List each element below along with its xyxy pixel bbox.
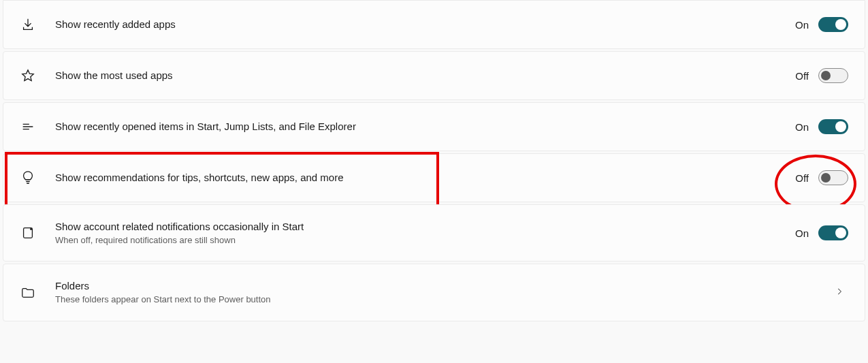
row-text: Show recently opened items in Start, Jum… (55, 120, 795, 133)
folder-icon (20, 285, 36, 301)
row-label: Show account related notifications occas… (55, 220, 795, 234)
row-recommendations[interactable]: Show recommendations for tips, shortcuts… (3, 153, 865, 202)
toggle-state-label: Off (795, 70, 809, 82)
row-control: Off (795, 68, 848, 83)
toggle-recently-added[interactable] (818, 17, 848, 32)
row-control: On (795, 119, 848, 134)
row-folders[interactable]: Folders These folders appear on Start ne… (3, 264, 865, 321)
row-recently-added[interactable]: Show recently added apps On (3, 0, 865, 49)
row-text: Show recommendations for tips, shortcuts… (55, 171, 795, 185)
toggle-most-used[interactable] (818, 68, 848, 83)
row-sublabel: When off, required notifications are sti… (55, 235, 795, 247)
row-label: Show the most used apps (55, 69, 795, 82)
toggle-state-label: Off (795, 172, 809, 184)
row-text: Show recently added apps (55, 18, 795, 31)
row-text: Show account related notifications occas… (55, 220, 795, 246)
star-icon (20, 67, 36, 84)
row-recently-opened[interactable]: Show recently opened items in Start, Jum… (3, 102, 865, 151)
row-control (831, 287, 848, 299)
row-control: Off (795, 170, 848, 185)
row-label: Show recently added apps (55, 18, 795, 31)
row-most-used[interactable]: Show the most used apps Off (3, 51, 865, 100)
lightbulb-icon (20, 170, 36, 186)
row-control: On (795, 17, 848, 32)
row-text: Show the most used apps (55, 69, 795, 82)
chevron-right-icon (835, 287, 844, 299)
settings-list: Show recently added apps On Show the mos… (3, 0, 865, 321)
row-label: Folders (55, 279, 831, 293)
toggle-recommendations[interactable] (818, 170, 848, 185)
download-icon (20, 16, 36, 33)
row-account-notifications[interactable]: Show account related notifications occas… (3, 204, 865, 262)
row-sublabel: These folders appear on Start next to th… (55, 294, 831, 306)
svg-point-1 (30, 228, 32, 230)
row-control: On (795, 225, 848, 240)
toggle-state-label: On (795, 19, 809, 31)
toggle-recently-opened[interactable] (818, 119, 848, 134)
lines-icon (20, 119, 36, 135)
tablet-icon (20, 225, 36, 241)
toggle-account-notifications[interactable] (818, 225, 848, 240)
toggle-state-label: On (795, 121, 809, 133)
row-label: Show recently opened items in Start, Jum… (55, 120, 795, 133)
toggle-state-label: On (795, 227, 809, 239)
row-label: Show recommendations for tips, shortcuts… (55, 171, 795, 185)
row-text: Folders These folders appear on Start ne… (55, 279, 831, 305)
